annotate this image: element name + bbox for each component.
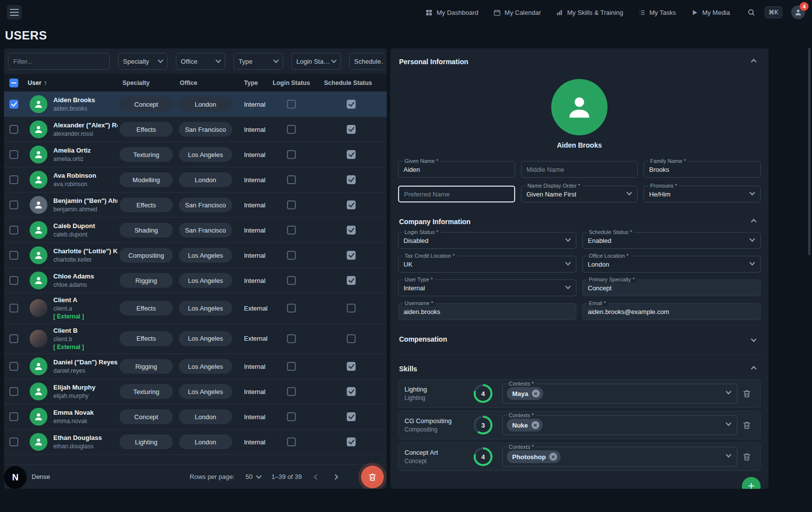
user-menu-button[interactable]: 4 [791,5,805,19]
specialty-chip[interactable]: Effects [120,301,173,315]
row-checkbox[interactable] [9,251,18,260]
collapse-section-icon[interactable] [748,363,760,374]
rows-per-page-select[interactable]: 50 [245,473,260,480]
nav-my-calendar[interactable]: My Calendar [493,9,541,16]
table-row[interactable]: Chloe Adams chloe.adams Rigging Los Ange… [4,268,387,293]
office-chip[interactable]: Los Angeles [179,331,232,346]
schedule-status-checkbox[interactable] [347,334,356,343]
office-chip[interactable]: Los Angeles [179,273,232,288]
office-chip[interactable]: London [179,172,232,187]
page-scrollbar[interactable] [808,48,811,255]
office-chip[interactable]: Los Angeles [179,301,232,315]
table-row[interactable]: Ethan Douglass ethan.douglass Lighting L… [4,430,387,455]
login-status-checkbox[interactable] [287,304,296,313]
row-checkbox[interactable] [9,412,18,421]
schedule-status-checkbox[interactable] [347,276,356,285]
delete-skill-button[interactable] [740,450,754,464]
column-header-type[interactable]: Type [236,79,268,86]
office-chip[interactable]: London [179,97,232,112]
login-status-checkbox[interactable] [287,150,296,159]
keyboard-shortcut-chip[interactable]: ⌘K [765,6,782,18]
specialty-chip[interactable]: Concept [120,97,173,112]
skill-contexts-select[interactable]: Contexts * Maya ✕ [502,384,737,403]
family-name-field[interactable]: Family Name * Brooks [644,161,761,178]
table-row[interactable]: Client A client.a [ External ] Effects L… [4,293,387,324]
row-checkbox[interactable] [9,100,18,109]
select-all-checkbox[interactable] [9,79,18,87]
login-status-checkbox[interactable] [287,125,296,134]
delete-skill-button[interactable] [740,387,754,400]
name-display-order-select[interactable]: Name Display Order * Given Name First [521,186,638,202]
table-row[interactable]: Daniel ("Dan") Reyes daniel.reyes Riggin… [4,354,387,379]
column-header-login-status[interactable]: Login Status [268,79,315,86]
schedule-status-checkbox[interactable] [347,200,356,209]
login-status-checkbox[interactable] [287,226,296,235]
specialty-chip[interactable]: Rigging [120,273,173,288]
app-logo[interactable]: N [4,466,27,489]
login-status-checkbox[interactable] [287,200,296,209]
table-row[interactable]: Emma Novak emma.novak Concept London Int… [4,404,387,430]
skill-contexts-select[interactable]: Contexts * Photoshop ✕ [502,447,737,467]
delete-users-button[interactable] [361,466,384,488]
table-row[interactable]: Alexander ("Alex") Rossi alexander.rossi… [4,117,387,142]
login-status-checkbox[interactable] [287,412,296,421]
login-status-checkbox[interactable] [287,175,296,184]
skill-contexts-select[interactable]: Contexts * Nuke ✕ [502,415,737,435]
add-skill-button[interactable]: + [742,477,761,489]
office-chip[interactable]: London [179,409,232,424]
schedule-status-checkbox[interactable] [347,304,356,313]
schedule-status-checkbox[interactable] [347,175,356,184]
specialty-chip[interactable]: Shading [120,223,173,237]
schedule-status-checkbox[interactable] [347,387,356,396]
nav-my-media[interactable]: My Media [691,9,730,16]
office-chip[interactable]: San Francisco [179,122,232,137]
filter-schedule-status[interactable]: Schedule Status [349,53,383,70]
nav-my-tasks[interactable]: My Tasks [638,9,676,16]
schedule-status-checkbox[interactable] [347,412,356,421]
login-status-checkbox[interactable] [287,437,296,446]
specialty-chip[interactable]: Rigging [120,359,173,374]
schedule-status-checkbox[interactable] [347,362,356,371]
row-checkbox[interactable] [9,226,18,235]
middle-name-field[interactable]: Middle Name [521,161,638,178]
schedule-status-checkbox[interactable] [347,251,356,260]
schedule-status-checkbox[interactable] [347,437,356,446]
table-row[interactable]: Ava Robinson ava.robinson Modelling Lond… [4,167,387,193]
specialty-chip[interactable]: Lighting [120,434,173,449]
schedule-status-checkbox[interactable] [347,150,356,159]
row-checkbox[interactable] [9,334,18,343]
specialty-chip[interactable]: Texturing [120,147,173,162]
filter-specialty[interactable]: Specialty [118,53,167,70]
remove-context-icon[interactable]: ✕ [531,421,539,429]
login-status-select[interactable]: Login Status * Disabled [398,232,576,249]
column-header-office[interactable]: Office [175,79,236,86]
schedule-status-checkbox[interactable] [347,226,356,235]
expand-section-icon[interactable] [748,333,760,345]
table-row[interactable]: Aiden Brooks aiden.brooks Concept London… [4,92,387,117]
office-location-select[interactable]: Office Location * London [582,256,761,273]
specialty-chip[interactable]: Compositing [120,248,173,263]
remove-context-icon[interactable]: ✕ [532,390,540,397]
table-row[interactable]: Charlotte ("Lottie") Keller charlotte.ke… [4,243,387,268]
table-row[interactable]: Elijah Murphy elijah.murphy Texturing Lo… [4,379,387,404]
specialty-chip[interactable]: Modelling [120,172,173,187]
office-chip[interactable]: Los Angeles [179,147,232,162]
office-chip[interactable]: Los Angeles [179,248,232,263]
office-chip[interactable]: San Francisco [179,223,232,237]
remove-context-icon[interactable]: ✕ [549,453,557,461]
delete-skill-button[interactable] [740,418,754,432]
column-header-specialty[interactable]: Specialty [118,79,175,86]
pronouns-select[interactable]: Pronouns * He/Him [644,186,761,202]
login-status-checkbox[interactable] [287,276,296,285]
table-row[interactable]: Amelia Ortiz amelia.ortiz Texturing Los … [4,142,387,167]
user-type-select[interactable]: User Type * Internal [398,279,576,296]
row-checkbox[interactable] [9,276,18,285]
previous-page-button[interactable] [313,471,321,482]
office-chip[interactable]: Los Angeles [179,359,232,374]
preferred-name-field[interactable]: Preferred Name [398,186,515,202]
row-checkbox[interactable] [9,387,18,396]
specialty-chip[interactable]: Effects [120,331,173,346]
login-status-checkbox[interactable] [287,387,296,396]
column-header-user[interactable]: User ↑ [24,79,118,86]
nav-my-dashboard[interactable]: My Dashboard [425,9,479,16]
